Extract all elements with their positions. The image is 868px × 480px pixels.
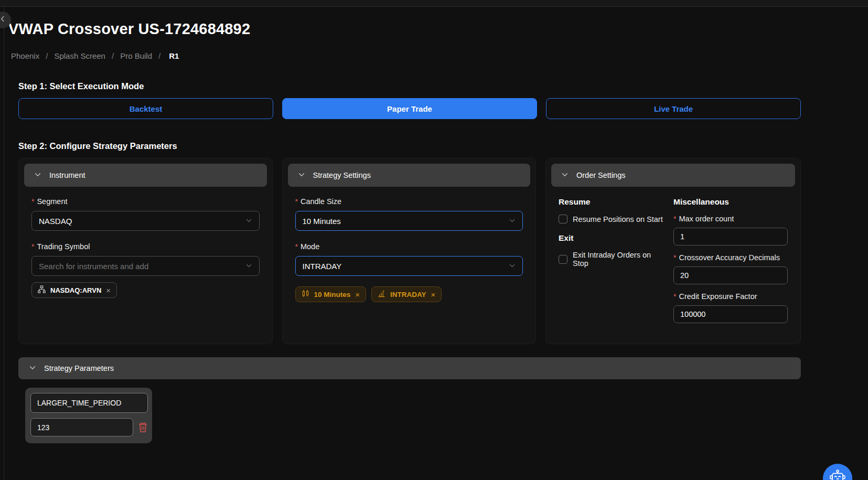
bar-chart-icon <box>378 290 385 299</box>
required-asterisk: * <box>673 292 676 301</box>
chevron-down-icon <box>561 171 569 180</box>
execution-mode-selector: Backtest Paper Trade Live Trade <box>18 98 801 119</box>
mode-select[interactable]: INTRADAY <box>295 256 523 276</box>
chevron-down-icon <box>509 217 516 226</box>
instrument-panel-header[interactable]: Instrument <box>24 164 267 187</box>
strategy-settings-panel-title: Strategy Settings <box>313 171 371 179</box>
breadcrumb: Phoenix / Splash Screen / Pro Build / R1 <box>11 51 868 60</box>
chevron-down-icon <box>509 262 516 271</box>
trading-symbol-search-select[interactable]: Search for instruments and add <box>31 256 260 276</box>
instrument-panel: Instrument * Segment NASDAQ * <box>18 158 273 344</box>
chevron-down-icon <box>245 262 252 271</box>
exit-group-heading: Exit <box>559 233 666 243</box>
required-asterisk: * <box>673 253 676 262</box>
strategy-settings-panel: Strategy Settings * Candle Size 10 Minut… <box>282 158 537 344</box>
segment-select-value: NASDAQ <box>39 217 72 226</box>
order-settings-panel-title: Order Settings <box>576 171 626 179</box>
strategy-parameters-header[interactable]: Strategy Parameters <box>18 357 801 379</box>
resume-group-heading: Resume <box>559 197 666 207</box>
miscellaneous-group-heading: Miscellaneous <box>673 197 788 207</box>
breadcrumb-item-pro-build[interactable]: Pro Build <box>120 51 152 60</box>
robot-icon <box>829 469 846 480</box>
crossover-accuracy-label: * Crossover Accuracy Decimals <box>673 253 788 262</box>
mode-label: * Mode <box>295 242 523 251</box>
segment-label: * Segment <box>31 197 260 206</box>
sitemap-icon <box>38 285 46 295</box>
breadcrumb-separator: / <box>112 51 114 60</box>
credit-exposure-label: * Credit Exposure Factor <box>673 292 788 301</box>
delete-parameter-button[interactable] <box>138 422 148 433</box>
required-asterisk: * <box>295 197 298 206</box>
trading-symbol-label: * Trading Symbol <box>31 242 260 251</box>
page-title: VWAP Crossover US-1724684892 <box>8 20 868 38</box>
live-trade-button[interactable]: Live Trade <box>546 98 801 119</box>
required-asterisk: * <box>31 197 34 206</box>
strategy-parameter-card <box>25 388 152 443</box>
resume-positions-checkbox-label[interactable]: Resume Positions on Start <box>573 215 663 223</box>
candle-size-label: * Candle Size <box>295 197 523 206</box>
credit-exposure-input[interactable] <box>673 305 788 323</box>
breadcrumb-separator: / <box>158 51 160 60</box>
mode-tag: INTRADAY × <box>371 286 442 302</box>
step2-heading: Step 2: Configure Strategy Parameters <box>18 141 801 151</box>
chatbot-fab-button[interactable] <box>823 464 852 480</box>
symbol-tag-label: NASDAQ:ARVN <box>50 286 101 294</box>
candle-size-tag-label: 10 Minutes <box>314 291 351 298</box>
exit-intraday-checkbox[interactable] <box>559 255 567 264</box>
chevron-left-icon <box>0 15 6 25</box>
instrument-panel-title: Instrument <box>49 171 85 179</box>
chevron-down-icon <box>245 217 252 226</box>
strategy-parameters-title: Strategy Parameters <box>44 364 114 372</box>
breadcrumb-item-phoenix[interactable]: Phoenix <box>11 51 39 60</box>
paper-trade-button[interactable]: Paper Trade <box>282 98 537 119</box>
segment-select[interactable]: NASDAQ <box>31 211 260 231</box>
max-order-count-label: * Max order count <box>673 215 788 223</box>
symbol-tag-close-icon[interactable]: × <box>106 286 111 294</box>
candle-size-select[interactable]: 10 Minutes <box>295 211 523 231</box>
parameter-value-input[interactable] <box>30 418 133 436</box>
order-settings-panel: Order Settings Resume Resume Positions o… <box>545 158 801 344</box>
backtest-button[interactable]: Backtest <box>18 98 273 119</box>
mode-tag-close-icon[interactable]: × <box>431 291 436 298</box>
required-asterisk: * <box>295 242 298 251</box>
chevron-down-icon <box>29 364 36 373</box>
exit-intraday-checkbox-label[interactable]: Exit Intraday Orders on Stop <box>573 251 666 268</box>
max-order-count-input[interactable] <box>673 228 788 246</box>
chevron-down-icon <box>34 171 41 180</box>
crossover-accuracy-input[interactable] <box>673 266 788 284</box>
resume-positions-checkbox[interactable] <box>559 215 567 223</box>
chevron-down-icon <box>298 171 305 180</box>
mode-select-value: INTRADAY <box>303 262 342 271</box>
candle-size-select-value: 10 Minutes <box>303 217 341 226</box>
step1-heading: Step 1: Select Execution Mode <box>18 81 801 91</box>
order-settings-panel-header[interactable]: Order Settings <box>551 164 795 187</box>
top-strip <box>0 0 868 7</box>
candle-size-tag: 10 Minutes × <box>295 286 367 302</box>
symbol-tag: NASDAQ:ARVN × <box>31 282 117 298</box>
parameter-name-input[interactable] <box>30 393 148 413</box>
strategy-settings-panel-header[interactable]: Strategy Settings <box>288 164 531 187</box>
candlestick-chart-icon <box>302 290 309 299</box>
breadcrumb-separator: / <box>46 51 48 60</box>
breadcrumb-item-current: R1 <box>169 51 179 60</box>
required-asterisk: * <box>31 242 34 251</box>
required-asterisk: * <box>673 215 676 223</box>
mode-tag-label: INTRADAY <box>390 291 426 298</box>
trading-symbol-placeholder: Search for instruments and add <box>39 262 148 271</box>
breadcrumb-item-splash-screen[interactable]: Splash Screen <box>54 51 105 60</box>
candle-size-tag-close-icon[interactable]: × <box>355 291 360 298</box>
